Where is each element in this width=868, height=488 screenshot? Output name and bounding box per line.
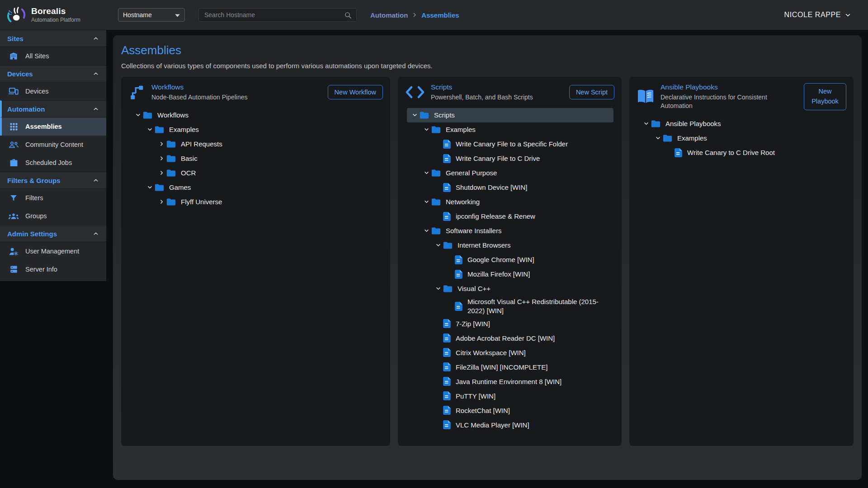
chevron-down-icon[interactable] — [421, 169, 431, 176]
tree-item-write-canary-file-to-c-drive[interactable]: Write Canary File to C Drive — [407, 151, 613, 166]
chevron-down-icon[interactable] — [145, 184, 155, 191]
chevron-down-icon[interactable] — [433, 285, 443, 292]
chevron-down-icon[interactable] — [653, 135, 663, 141]
tree-workflows: WorkflowsExamplesAPI RequestsBasicOCRGam… — [128, 108, 383, 209]
sidebar-item-label: Devices — [25, 88, 49, 95]
tree-item-shutdown-device-win[interactable]: Shutdown Device [WIN] — [407, 180, 613, 195]
tree-item-ocr[interactable]: OCR — [130, 166, 382, 180]
tree-item-label: RocketChat [WIN] — [456, 405, 510, 417]
tree-item-examples[interactable]: Examples — [130, 122, 382, 137]
folder-icon — [166, 155, 176, 163]
chevron-down-icon[interactable] — [133, 112, 143, 118]
sidebar-item-user-management[interactable]: User Management — [0, 242, 106, 260]
tree-item-workflows[interactable]: Workflows — [130, 108, 382, 122]
card-title-ansible-playbooks[interactable]: Ansible Playbooks — [660, 83, 798, 91]
tree-ansible-playbooks: Ansible PlaybooksExamplesWrite Canary to… — [637, 117, 846, 160]
card-title-workflows[interactable]: Workflows — [151, 83, 322, 91]
sidebar-item-filters[interactable]: Filters — [0, 189, 106, 207]
tree-item-games[interactable]: Games — [130, 180, 382, 195]
tree-item-google-chrome-win[interactable]: Google Chrome [WIN] — [407, 253, 613, 267]
sidebar-section-automation[interactable]: Automation — [0, 100, 106, 117]
tree-item-label: API Requests — [181, 138, 222, 150]
sidebar-section-sites[interactable]: Sites — [0, 30, 106, 47]
new-workflow-button[interactable]: New Workflow — [328, 85, 383, 99]
tree-item-software-installers[interactable]: Software Installers — [407, 224, 613, 238]
sidebar-section-filters-groups[interactable]: Filters & Groups — [0, 172, 106, 189]
card-title-scripts[interactable]: Scripts — [431, 83, 563, 91]
folder-icon — [155, 183, 164, 192]
new-playbook-button[interactable]: New Playbook — [804, 83, 846, 110]
tree-item-write-canary-to-c-drive-root[interactable]: Write Canary to C Drive Root — [638, 145, 845, 160]
sidebar-item-community-content[interactable]: Community Content — [0, 136, 106, 154]
file-icon — [443, 212, 451, 221]
user-gear-icon — [8, 247, 19, 256]
card-subtitle: Powershell, Batch, and Bash Scripts — [431, 93, 563, 102]
chevron-down-icon[interactable] — [145, 126, 155, 133]
sidebar-section-admin-settings[interactable]: Admin Settings — [0, 225, 106, 242]
tree-item-api-requests[interactable]: API Requests — [130, 137, 382, 151]
tree-item-vlc-media-player-win[interactable]: VLC Media Player [WIN] — [407, 418, 613, 432]
sidebar-section-label: Filters & Groups — [7, 177, 61, 184]
tree-item-putty-win[interactable]: PuTTY [WIN] — [407, 389, 613, 403]
sidebar-item-all-sites[interactable]: All Sites — [0, 47, 106, 65]
chevron-down-icon[interactable] — [641, 120, 651, 127]
file-icon — [455, 255, 462, 264]
chevron-down-icon[interactable] — [410, 112, 420, 118]
breadcrumb-link-assemblies[interactable]: Assemblies — [421, 11, 459, 19]
tree-item-filezilla-win-incomplete[interactable]: FileZilla [WIN] [INCOMPLETE] — [407, 360, 613, 374]
tree-item-label: Visual C++ — [458, 283, 491, 295]
tree-item-microsoft-visual-c-redistributable-2015-2022-win[interactable]: Microsoft Visual C++ Redistributable (20… — [407, 296, 613, 317]
sidebar-item-devices[interactable]: Devices — [0, 82, 106, 100]
hostname-select-value: Hostname — [123, 11, 152, 19]
tree-item-internet-browsers[interactable]: Internet Browsers — [407, 238, 613, 253]
tree-item-write-canary-file-to-a-specific-folder[interactable]: Write Canary File to a Specific Folder — [407, 137, 613, 151]
tree-item-mozilla-firefox-win[interactable]: Mozilla Firefox [WIN] — [407, 267, 613, 282]
tree-item-adobe-acrobat-reader-dc-win[interactable]: Adobe Acrobat Reader DC [WIN] — [407, 331, 613, 345]
tree-item-label: Write Canary File to a Specific Folder — [456, 138, 568, 150]
tree-scripts: ScriptsExamplesWrite Canary File to a Sp… — [405, 108, 614, 432]
tree-item-rocketchat-win[interactable]: RocketChat [WIN] — [407, 403, 613, 418]
folder-icon — [651, 120, 660, 128]
breadcrumb-link-automation[interactable]: Automation — [370, 11, 408, 19]
tree-item-examples[interactable]: Examples — [407, 122, 613, 137]
sidebar-item-assemblies[interactable]: Assemblies — [0, 117, 106, 136]
card-header: Ansible PlaybooksDeclarative Instruction… — [637, 83, 846, 110]
hostname-select[interactable]: Hostname — [118, 8, 185, 22]
tree-item-label: Software Installers — [446, 225, 501, 237]
tree-item-basic[interactable]: Basic — [130, 151, 382, 166]
sidebar-section-devices[interactable]: Devices — [0, 65, 106, 82]
tree-item-flyff-universe[interactable]: Flyff Universe — [130, 195, 382, 209]
tree-item-ipconfig-release-renew[interactable]: ipconfig Release & Renew — [407, 209, 613, 224]
tree-item-scripts[interactable]: Scripts — [407, 108, 613, 122]
chevron-up-icon — [92, 35, 99, 42]
tree-item-7-zip-win[interactable]: 7-Zip [WIN] — [407, 316, 613, 331]
tree-item-examples[interactable]: Examples — [638, 131, 845, 145]
tree-item-label: Examples — [446, 124, 476, 136]
chevron-right-icon[interactable] — [156, 169, 166, 176]
sidebar-item-server-info[interactable]: Server Info — [0, 260, 106, 278]
tree-item-networking[interactable]: Networking — [407, 195, 613, 209]
tree-item-label: Networking — [446, 196, 480, 208]
sidebar-item-scheduled-jobs[interactable]: Scheduled Jobs — [0, 154, 106, 172]
card-subtitle: Declarative Instructions for Consistent … — [660, 93, 798, 110]
card-header: WorkflowsNode-Based Automation Pipelines… — [128, 83, 383, 102]
tree-item-citrix-workspace-win[interactable]: Citrix Workspace [WIN] — [407, 345, 613, 360]
tree-item-java-runtime-environment-8-win[interactable]: Java Runtime Environment 8 [WIN] — [407, 374, 613, 389]
chevron-right-icon[interactable] — [156, 198, 166, 205]
sidebar-item-groups[interactable]: Groups — [0, 207, 106, 225]
tree-item-visual-c[interactable]: Visual C++ — [407, 282, 613, 296]
chevron-down-icon[interactable] — [421, 198, 431, 205]
new-script-button[interactable]: New Script — [569, 85, 614, 99]
chevron-down-icon[interactable] — [433, 242, 443, 249]
search-input[interactable] — [203, 11, 344, 19]
file-icon — [443, 348, 451, 357]
tree-item-label: Mozilla Firefox [WIN] — [467, 268, 530, 280]
search-icon[interactable] — [344, 11, 352, 19]
chevron-right-icon[interactable] — [156, 141, 166, 147]
chevron-down-icon[interactable] — [421, 126, 431, 133]
tree-item-general-purpose[interactable]: General Purpose — [407, 166, 613, 180]
chevron-down-icon[interactable] — [421, 227, 431, 234]
tree-item-ansible-playbooks[interactable]: Ansible Playbooks — [638, 117, 845, 131]
chevron-right-icon[interactable] — [156, 155, 166, 162]
user-menu[interactable]: NICOLE RAPPE — [784, 11, 852, 19]
